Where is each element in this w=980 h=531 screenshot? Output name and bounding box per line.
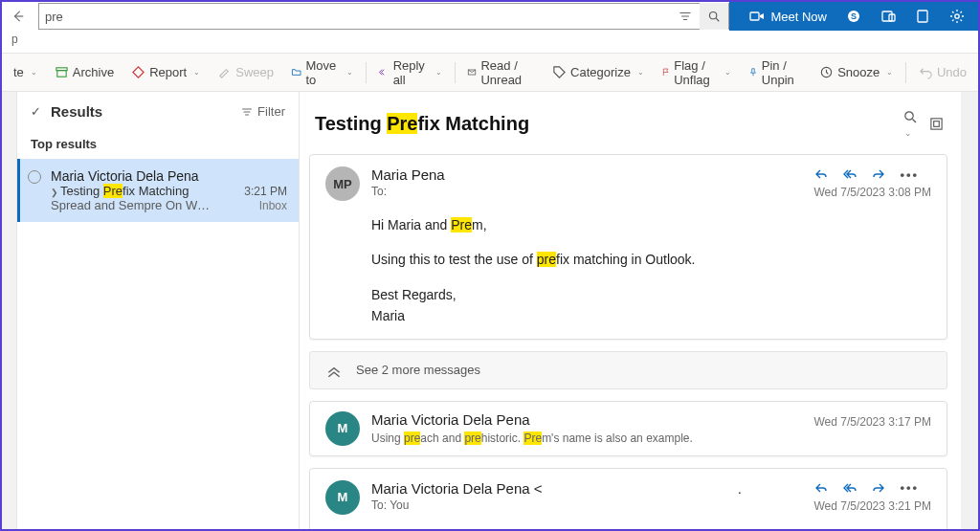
search-input[interactable] [39,6,671,28]
popout-icon[interactable] [929,117,944,131]
meet-now-button[interactable]: Meet Now [740,9,836,24]
result-time: 3:21 PM [244,185,287,198]
more-icon[interactable]: ••• [900,167,919,182]
svg-rect-6 [918,11,927,22]
sender-name: Maria Pena [371,166,445,183]
result-preview: Spread and Sempre On Wedn... [51,198,213,212]
avatar: M [325,480,360,515]
more-icon[interactable]: ••• [900,480,919,495]
result-folder: Inbox [259,199,287,212]
settings-icon[interactable] [940,9,974,24]
svg-point-12 [905,112,913,120]
reply-all-icon[interactable] [842,166,858,182]
sender-name: Maria Victoria Dela Pena [371,411,693,428]
svg-point-0 [709,11,716,18]
notes-icon[interactable] [905,9,940,24]
top-results-label: Top results [17,129,299,159]
result-subject: ❯Testing Prefix Matching [51,184,189,198]
search-go-icon[interactable] [700,3,728,30]
back-button[interactable] [2,10,34,23]
message-body: Hi Maria and Prem, Using this to test th… [371,214,931,327]
filter-button[interactable]: Filter [241,104,285,119]
report-button[interactable]: Report⌄ [123,61,208,83]
results-title: Results [51,103,102,120]
skype-icon[interactable]: S [836,9,871,24]
readunread-button[interactable]: Read / Unread [459,55,543,91]
delete-button[interactable]: te⌄ [6,61,45,83]
flag-button[interactable]: Flag / Unflag⌄ [654,55,739,91]
result-sender: Maria Victoria Dela Pena [51,168,287,184]
message-summary: Using preach and prehistoric. Prem's nam… [371,431,693,445]
ribbon-hint: p [2,31,978,54]
timestamp: Wed 7/5/2023 3:08 PM [813,186,931,199]
reply-icon[interactable] [813,166,829,182]
reply-icon[interactable] [813,480,829,496]
undo-button[interactable]: Undo [911,61,974,83]
message-body: Spread and Sempre [371,528,931,531]
svg-rect-4 [882,11,892,21]
select-all-icon[interactable]: ✓ [31,104,41,119]
timestamp: Wed 7/5/2023 3:21 PM [813,499,931,513]
forward-icon[interactable] [871,480,886,496]
reply-all-icon[interactable] [842,480,858,496]
teams-icon[interactable] [871,9,905,24]
avatar: MP [325,166,360,201]
replyall-button[interactable]: Reply all⌄ [370,55,449,91]
zoom-icon[interactable]: ⌄ [902,109,918,139]
svg-rect-13 [931,119,942,129]
svg-point-7 [955,14,959,18]
to-line: To: [371,185,445,198]
timestamp: Wed 7/5/2023 3:17 PM [813,415,931,429]
message-card-2[interactable]: M Maria Victoria Dela Pena Using preach … [309,401,947,456]
forward-icon[interactable] [871,166,886,182]
to-line: To: You [371,498,742,512]
svg-text:S: S [851,11,857,21]
nav-rail[interactable] [2,92,17,531]
scrollbar[interactable] [961,92,978,531]
snooze-button[interactable]: Snooze⌄ [812,61,901,83]
search-filter-icon[interactable] [671,10,700,23]
conversation-title: Testing Prefix Matching [315,113,529,135]
select-circle[interactable] [28,170,41,184]
archive-button[interactable]: Archive [47,61,122,83]
svg-rect-1 [750,12,759,20]
svg-rect-14 [934,122,940,127]
categorize-button[interactable]: Categorize⌄ [545,61,652,83]
sweep-button[interactable]: Sweep [210,61,281,83]
see-more-bar[interactable]: See 2 more messages [309,351,947,389]
result-item[interactable]: Maria Victoria Dela Pena ❯Testing Prefix… [17,159,299,222]
svg-rect-9 [57,71,66,77]
pin-button[interactable]: Pin / Unpin [741,55,810,91]
sender-name: Maria Victoria Dela Pena < . [371,480,742,497]
avatar: M [325,411,360,446]
chevron-double-up-icon [325,362,343,379]
message-card-1[interactable]: MP Maria Pena To: [309,154,947,340]
moveto-button[interactable]: Move to⌄ [283,55,361,91]
message-card-3[interactable]: M Maria Victoria Dela Pena < . To: You [309,468,947,531]
